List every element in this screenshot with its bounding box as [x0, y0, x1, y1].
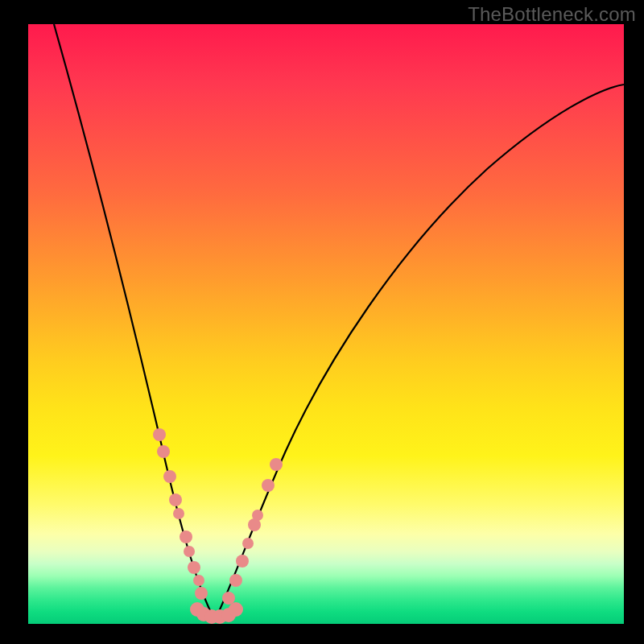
svg-point-7: [188, 561, 200, 574]
left-curve: [54, 24, 215, 620]
svg-point-6: [184, 546, 195, 557]
svg-point-15: [229, 602, 243, 617]
svg-point-1: [157, 445, 170, 458]
svg-point-5: [180, 530, 192, 543]
svg-point-19: [242, 538, 254, 549]
svg-point-16: [222, 592, 235, 605]
svg-point-21: [252, 510, 263, 521]
data-dots: [153, 428, 283, 624]
right-curve: [215, 85, 624, 620]
svg-point-8: [193, 575, 204, 586]
outer-frame: TheBottleneck.com: [0, 0, 644, 644]
svg-point-0: [153, 428, 166, 441]
plot-area: [28, 24, 624, 624]
svg-point-3: [169, 493, 182, 506]
svg-point-17: [229, 574, 242, 587]
svg-point-4: [173, 508, 184, 519]
svg-point-2: [163, 470, 176, 483]
svg-point-18: [236, 555, 249, 568]
svg-point-9: [195, 587, 208, 600]
svg-point-23: [270, 458, 283, 471]
svg-point-22: [262, 479, 275, 492]
chart-svg: [28, 24, 624, 624]
watermark-text: TheBottleneck.com: [468, 3, 636, 26]
